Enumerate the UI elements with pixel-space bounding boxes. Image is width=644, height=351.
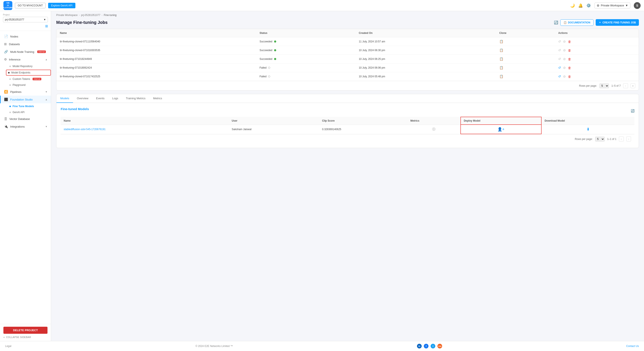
darkmode-icon[interactable]: 🌙	[570, 3, 575, 8]
rows-per-page-select[interactable]: 5 10 25	[600, 84, 609, 88]
sidebar-item-model-endpoints[interactable]: Model Endpoints	[6, 70, 51, 76]
stop-button[interactable]: ⊘	[563, 74, 566, 78]
logo-box: TIRAIPLATFORM	[4, 1, 12, 10]
tab-overview[interactable]: Overview	[73, 94, 92, 103]
stop-button[interactable]: ⊘	[563, 48, 566, 52]
clone-button[interactable]: 📋	[500, 40, 504, 43]
retry-button[interactable]: ↺	[558, 40, 561, 44]
ft-model-name: stablediffusion-sdxl-545-1720676191	[61, 124, 229, 134]
facebook-icon[interactable]: f	[424, 344, 428, 348]
notifications-icon[interactable]: 🔔	[578, 3, 583, 8]
breadcrumb-project[interactable]: prj-05281051077	[81, 14, 100, 16]
sidebar-item-finetune-models[interactable]: Fine Tune Models	[6, 103, 51, 109]
sidebar-item-nodes[interactable]: 📄 Nodes	[0, 32, 51, 40]
delete-project-button[interactable]: DELETE PROJECT	[4, 327, 48, 334]
refresh-button[interactable]: 🔄	[554, 20, 558, 24]
table-footer: Rows per page: 5 10 25 1–5 of 7 ‹ ›	[56, 81, 639, 90]
finetuned-refresh-button[interactable]: 🔄	[631, 109, 634, 112]
download-model-button[interactable]: ⬇	[586, 127, 590, 132]
job-created-on: 10 July, 2024 05:48 pm	[356, 72, 496, 81]
user-avatar[interactable]: S	[634, 2, 640, 9]
deploy-model-button[interactable]: 👤+	[498, 127, 504, 132]
contact-us-link[interactable]: Contact Us	[626, 344, 639, 348]
sidebar-item-vector-database[interactable]: 🗄 Vector Database	[0, 115, 51, 123]
table-row: tir-finetuning-cloned-071017432525 Faile…	[56, 72, 639, 81]
legal-link[interactable]: Legal	[5, 344, 11, 348]
workspace-selector[interactable]: ⚙ Private Workspace ▼	[594, 2, 630, 8]
sidebar-item-datasets[interactable]: ⊞ Datasets	[0, 40, 51, 48]
delete-job-button[interactable]: 🗑	[568, 48, 571, 52]
settings-icon[interactable]: ⚙️	[586, 3, 591, 8]
add-project-icon[interactable]: ⊞	[45, 24, 48, 28]
job-created-on: 11 July, 2024 10:57 am	[356, 37, 496, 46]
retry-button[interactable]: ↺	[558, 57, 561, 61]
delete-job-button[interactable]: 🗑	[568, 40, 571, 44]
sidebar-item-integrations[interactable]: 🔌 Integrations ▼	[0, 123, 51, 130]
sidebar-item-foundation-studio[interactable]: ⬛ Foundation Studio ▲	[0, 96, 51, 103]
project-selector-section: Project prj-05281051077 ▼ ⊞	[0, 11, 51, 31]
delete-job-button[interactable]: 🗑	[568, 75, 571, 78]
breadcrumb-sep1: ›	[79, 14, 80, 16]
next-page-button[interactable]: ›	[630, 83, 635, 88]
tab-logs[interactable]: Logs	[108, 94, 122, 103]
ft-prev-page-button[interactable]: ‹	[619, 136, 624, 142]
sub-nav-label: Playground	[12, 84, 26, 86]
clone-button[interactable]: 📋	[500, 48, 504, 52]
sidebar-item-custom-tokens[interactable]: Custom Tokens Internal	[6, 76, 51, 82]
collapse-sidebar-button[interactable]: « COLLAPSE SIDEBAR	[4, 336, 48, 338]
retry-button[interactable]: ↺	[558, 74, 561, 78]
ft-col-user: User	[229, 117, 319, 124]
explore-genai-button[interactable]: Explore GenAI API	[48, 3, 76, 8]
tab-training-metrics[interactable]: Training Metrics	[122, 94, 149, 103]
create-finetuning-button[interactable]: ＋ CREATE FINE-TUNING JOB	[596, 19, 639, 26]
rows-per-page-label: Rows per page:	[579, 84, 597, 87]
sidebar-item-multinode[interactable]: 🔗 Multi-Node Training Internal	[0, 48, 51, 56]
pipelines-icon: 🔀	[4, 90, 8, 94]
stop-button[interactable]: ⊘	[563, 40, 566, 44]
status-indicator	[268, 76, 270, 78]
sidebar-item-playground[interactable]: Playground	[6, 82, 51, 88]
clone-button[interactable]: 📋	[500, 57, 504, 61]
tab-models[interactable]: Models	[56, 94, 73, 103]
breadcrumb-workspace[interactable]: Private Workspace	[56, 14, 78, 16]
ft-rows-per-page-select[interactable]: 5 10	[595, 137, 604, 142]
sidebar-item-model-repository[interactable]: Model Repository	[6, 63, 51, 69]
myaccount-button[interactable]: GO TO MYACCOUNT	[15, 3, 46, 8]
page-header: Manage Fine-tuning Jobs 🔄 📋 DOCUMENTATIO…	[51, 18, 644, 29]
sidebar-item-label: Inference	[9, 58, 20, 61]
clone-button[interactable]: 📋	[500, 74, 504, 78]
sidebar-item-inference[interactable]: ⚙ Inference ▲	[0, 56, 51, 63]
job-status: Succeeded	[256, 46, 356, 55]
ft-next-page-button[interactable]: ›	[626, 136, 631, 142]
tab-metrics[interactable]: Metrics	[149, 94, 166, 103]
stop-button[interactable]: ⊘	[563, 57, 566, 61]
chevron-down-icon: ▼	[45, 90, 48, 93]
tab-events[interactable]: Events	[92, 94, 108, 103]
delete-job-button[interactable]: 🗑	[568, 66, 571, 70]
sidebar-item-label: Nodes	[10, 35, 18, 38]
linkedin-icon[interactable]: in	[417, 344, 422, 348]
table-row: tir-finetuning-cloned-071110564040 Succe…	[56, 37, 639, 46]
sidebar-item-genai-api[interactable]: GenAI API	[6, 109, 51, 115]
stop-button[interactable]: ⊘	[563, 66, 566, 70]
copyright: © 2024 E2E Networks Limited ™	[196, 344, 233, 348]
pagination-info: 1–5 of 7	[612, 84, 620, 87]
topnav-left: TIRAIPLATFORM GO TO MYACCOUNT Explore Ge…	[4, 1, 76, 10]
project-dropdown[interactable]: prj-05281051077 ▼	[3, 17, 48, 22]
clone-button[interactable]: 📋	[500, 66, 504, 70]
twitter-icon[interactable]: t	[430, 344, 435, 348]
bottom-footer: Legal © 2024 E2E Networks Limited ™ in f…	[0, 341, 644, 351]
chevron-down-icon: ▼	[45, 125, 48, 128]
retry-button[interactable]: ↺	[558, 48, 561, 52]
sidebar-item-pipelines[interactable]: 🔀 Pipelines ▼	[0, 88, 51, 96]
job-status: Failed	[256, 64, 356, 72]
job-clone: 📋	[496, 72, 555, 81]
prev-page-button[interactable]: ‹	[623, 83, 628, 88]
documentation-button[interactable]: 📋 DOCUMENTATION	[560, 20, 594, 26]
rss-icon[interactable]: rss	[438, 344, 442, 348]
chevron-down-icon: ▼	[625, 4, 628, 7]
retry-button[interactable]: ↺	[558, 66, 561, 70]
model-link[interactable]: stablediffusion-sdxl-545-1720676191	[64, 128, 106, 131]
help-icon[interactable]: ⓪	[432, 127, 436, 131]
delete-job-button[interactable]: 🗑	[568, 57, 571, 61]
